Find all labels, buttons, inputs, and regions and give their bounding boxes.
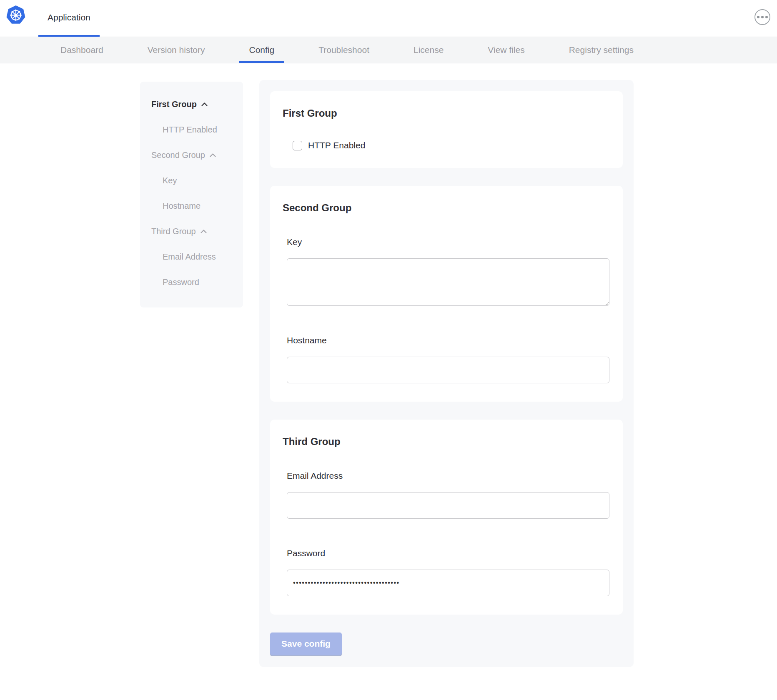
config-nav-label: Password — [163, 278, 199, 287]
field-label: Password — [287, 548, 610, 559]
hostname-field: Hostname — [287, 335, 610, 383]
http-enabled-checkbox[interactable] — [293, 141, 302, 150]
group-title: First Group — [283, 107, 610, 120]
key-field: Key — [287, 237, 610, 306]
tab-view-files[interactable]: View files — [478, 37, 534, 63]
config-content-area: First GroupHTTP EnabledSecond GroupKeyHo… — [0, 63, 777, 700]
config-group-card-first-group: First GroupHTTP Enabled — [270, 91, 623, 168]
config-nav-label: Key — [163, 176, 177, 185]
config-nav-label: Third Group — [151, 227, 196, 236]
http-enabled-checkbox-row[interactable]: HTTP Enabled — [293, 140, 610, 150]
password-input[interactable] — [287, 570, 609, 596]
overflow-menu-button[interactable] — [754, 9, 770, 25]
field-label: Email Address — [287, 470, 610, 481]
group-title: Third Group — [283, 435, 610, 448]
password-field: Password — [287, 548, 610, 596]
config-nav-label: First Group — [151, 100, 197, 109]
key-textarea[interactable] — [287, 258, 609, 306]
tab-registry-settings[interactable]: Registry settings — [559, 37, 644, 63]
tab-version-history[interactable]: Version history — [138, 37, 215, 63]
application-nav-label: Application — [48, 12, 90, 22]
field-label: Hostname — [287, 335, 610, 346]
config-nav-key[interactable]: Key — [140, 168, 243, 193]
kubernetes-logo-icon — [6, 5, 26, 25]
config-nav-hostname[interactable]: Hostname — [140, 193, 243, 219]
config-nav-email-address[interactable]: Email Address — [140, 244, 243, 270]
group-title: Second Group — [283, 202, 610, 214]
config-sidebar-nav: First GroupHTTP EnabledSecond GroupKeyHo… — [140, 82, 243, 308]
config-form-panel: First GroupHTTP EnabledSecond GroupKeyHo… — [259, 80, 634, 667]
config-nav-first-group[interactable]: First Group — [140, 92, 243, 117]
tab-troubleshoot[interactable]: Troubleshoot — [308, 37, 379, 63]
tab-config[interactable]: Config — [239, 37, 284, 63]
config-nav-label: Second Group — [151, 150, 205, 160]
config-group-card-third-group: Third GroupEmail AddressPassword — [270, 420, 623, 615]
app-header: Application — [0, 0, 777, 37]
config-nav-label: HTTP Enabled — [163, 125, 217, 135]
email-address-field: Email Address — [287, 470, 610, 519]
ellipsis-icon — [757, 16, 768, 18]
admin-console-page: Application DashboardVersion historyConf… — [0, 0, 777, 700]
field-label: Key — [287, 237, 610, 248]
checkbox-label: HTTP Enabled — [308, 140, 365, 150]
tab-dashboard[interactable]: Dashboard — [50, 37, 113, 63]
tab-license[interactable]: License — [404, 37, 454, 63]
config-nav-label: Hostname — [163, 201, 201, 211]
hostname-input[interactable] — [287, 357, 609, 383]
config-nav-third-group[interactable]: Third Group — [140, 219, 243, 244]
config-nav-second-group[interactable]: Second Group — [140, 142, 243, 168]
chevron-up-icon — [200, 229, 207, 234]
config-groups-container: First GroupHTTP EnabledSecond GroupKeyHo… — [270, 91, 623, 615]
config-nav-password[interactable]: Password — [140, 270, 243, 295]
page-tab-bar: DashboardVersion historyConfigTroublesho… — [0, 37, 777, 63]
save-config-button[interactable]: Save config — [270, 632, 342, 655]
config-nav-http-enabled[interactable]: HTTP Enabled — [140, 117, 243, 142]
chevron-up-icon — [209, 153, 216, 158]
chevron-up-icon — [201, 102, 208, 107]
email-address-input[interactable] — [287, 492, 609, 519]
application-nav-tab[interactable]: Application — [38, 0, 100, 37]
config-group-card-second-group: Second GroupKeyHostname — [270, 186, 623, 402]
config-nav-label: Email Address — [163, 252, 216, 262]
